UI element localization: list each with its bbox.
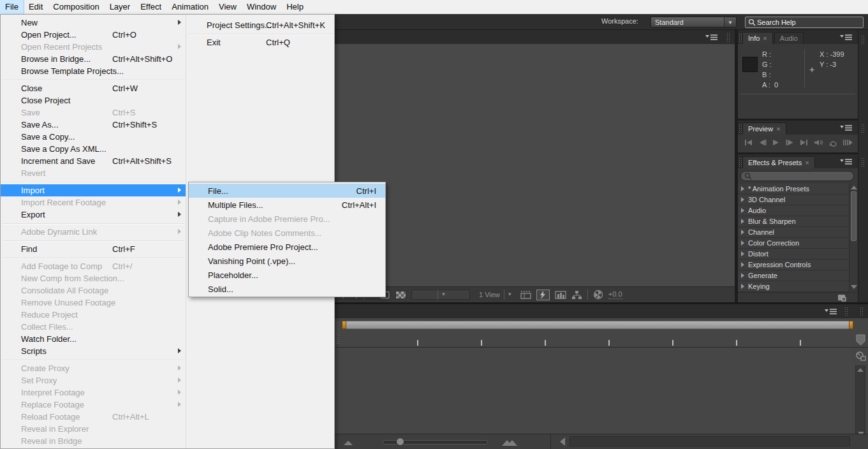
expand-arrow-icon[interactable] — [741, 240, 744, 246]
chevron-down-icon[interactable]: ▼ — [504, 290, 515, 300]
panel-gripper[interactable] — [860, 307, 864, 316]
effects-category-row[interactable]: 3D Channel — [738, 195, 849, 205]
panel-gripper[interactable] — [861, 124, 865, 134]
tab-effects-presets[interactable]: Effects & Presets× — [742, 156, 815, 168]
effects-category-row[interactable]: Generate — [738, 270, 849, 281]
expand-arrow-icon[interactable] — [741, 262, 744, 267]
timeline-button-icon[interactable] — [520, 290, 531, 299]
menu-item-scripts[interactable]: Scripts — [1, 345, 186, 357]
menu-item-browse-in-bridge[interactable]: Browse in Bridge...Ctrl+Alt+Shift+O — [1, 53, 186, 65]
view-camera-dropdown[interactable]: ▼ — [411, 290, 470, 300]
zoom-in-icon[interactable] — [502, 437, 517, 446]
work-area-start-handle[interactable] — [342, 321, 346, 329]
work-area-end-handle[interactable] — [849, 321, 853, 329]
menu-layer[interactable]: Layer — [105, 0, 136, 14]
effects-category-row[interactable]: Channel — [738, 227, 849, 238]
help-search-field[interactable] — [745, 17, 864, 28]
expand-arrow-icon[interactable] — [741, 230, 744, 235]
menu-item-project-settings[interactable]: Project Settings...Ctrl+Alt+Shift+K — [186, 19, 335, 31]
menu-effect[interactable]: Effect — [135, 0, 166, 14]
effects-category-row[interactable]: Audio — [738, 205, 849, 216]
panel-menu-icon[interactable] — [840, 124, 853, 131]
panel-gripper[interactable] — [726, 33, 731, 41]
tab-preview[interactable]: Preview× — [742, 122, 786, 135]
panel-menu-icon[interactable] — [840, 33, 853, 41]
effects-category-row[interactable]: Expression Controls — [738, 260, 849, 270]
audio-button[interactable] — [814, 139, 823, 146]
scroll-up-arrow[interactable] — [857, 368, 864, 372]
menu-item-vanishing-point[interactable]: Vanishing Point (.vpe)... — [189, 254, 385, 268]
scroll-left-arrow[interactable] — [559, 438, 566, 446]
close-icon[interactable]: × — [763, 34, 767, 42]
close-icon[interactable]: × — [805, 159, 809, 166]
tab-info[interactable]: Info× — [742, 32, 773, 44]
panel-menu-icon[interactable] — [705, 33, 718, 41]
fast-previews-icon[interactable] — [536, 290, 550, 300]
menu-item-solid[interactable]: Solid... — [189, 282, 385, 296]
comp-mini-flowchart-icon[interactable] — [855, 351, 866, 361]
effects-category-row[interactable]: Blur & Sharpen — [738, 216, 849, 227]
first-frame-button[interactable] — [744, 139, 753, 146]
menu-item-find[interactable]: FindCtrl+F — [1, 243, 186, 255]
scroll-down-arrow[interactable] — [851, 285, 857, 289]
menu-composition[interactable]: Composition — [48, 0, 104, 14]
panel-gripper[interactable] — [739, 158, 742, 166]
menu-item-close-project[interactable]: Close Project — [1, 94, 186, 107]
panel-menu-icon[interactable] — [840, 158, 853, 165]
previous-frame-button[interactable] — [758, 139, 767, 146]
menu-item-close[interactable]: CloseCtrl+W — [1, 82, 186, 94]
timeline-tracks[interactable] — [335, 348, 853, 434]
menu-window[interactable]: Window — [242, 0, 281, 14]
menu-item-watch-folder[interactable]: Watch Folder... — [1, 333, 186, 345]
panel-gripper[interactable] — [861, 35, 865, 45]
panel-gripper[interactable] — [739, 33, 742, 42]
work-area-bar[interactable] — [342, 321, 853, 329]
menu-item-save-as[interactable]: Save As...Ctrl+Shift+S — [1, 119, 186, 131]
help-search-input[interactable] — [756, 18, 860, 27]
menu-item-import-file[interactable]: File...Ctrl+I — [189, 184, 385, 198]
chevron-down-icon[interactable]: ▼ — [724, 17, 736, 27]
menu-animation[interactable]: Animation — [166, 0, 214, 14]
menu-item-export[interactable]: Export — [1, 209, 186, 221]
panel-gripper[interactable] — [861, 158, 865, 168]
menu-help[interactable]: Help — [281, 0, 309, 14]
pixel-aspect-correction-icon[interactable] — [555, 290, 566, 299]
menu-item-new[interactable]: New — [1, 17, 186, 29]
effects-scrollbar[interactable] — [849, 184, 858, 292]
expand-arrow-icon[interactable] — [741, 251, 744, 256]
expand-arrow-icon[interactable] — [741, 197, 744, 202]
flowchart-button-icon[interactable] — [571, 290, 582, 300]
menu-edit[interactable]: Edit — [24, 0, 48, 14]
menu-view[interactable]: View — [214, 0, 242, 14]
view-layout-dropdown[interactable]: 1 View ▼ — [475, 290, 515, 300]
panel-menu-icon[interactable] — [825, 307, 837, 315]
zoom-out-icon[interactable] — [344, 439, 353, 445]
menu-item-open-project[interactable]: Open Project...Ctrl+O — [1, 29, 186, 41]
menu-item-import-multiple-files[interactable]: Multiple Files...Ctrl+Alt+I — [189, 198, 385, 212]
loop-button[interactable] — [828, 139, 837, 146]
expand-arrow-icon[interactable] — [741, 186, 744, 191]
effects-category-row[interactable]: Color Correction — [738, 238, 849, 249]
time-ruler-ticks[interactable] — [355, 340, 852, 346]
expand-arrow-icon[interactable] — [741, 284, 744, 289]
effects-search-field[interactable] — [740, 171, 854, 181]
next-frame-button[interactable] — [786, 139, 794, 146]
effects-category-row[interactable]: * Animation Presets — [738, 184, 849, 195]
menu-item-exit[interactable]: ExitCtrl+Q — [186, 36, 335, 48]
menu-item-adobe-premiere-pro-project[interactable]: Adobe Premiere Pro Project... — [189, 240, 385, 254]
panel-gripper[interactable] — [844, 307, 849, 316]
expand-arrow-icon[interactable] — [741, 219, 744, 224]
effects-category-row[interactable]: Distort — [738, 249, 849, 260]
workspace-dropdown[interactable]: Standard ▼ — [651, 17, 737, 27]
transparency-grid-icon[interactable] — [395, 291, 406, 299]
close-icon[interactable]: × — [776, 125, 780, 133]
expand-arrow-icon[interactable] — [741, 273, 744, 278]
panel-gripper[interactable] — [739, 124, 742, 133]
menu-item-save-a-copy-as-xml[interactable]: Save a Copy As XML... — [1, 143, 186, 155]
ram-preview-button[interactable] — [843, 139, 853, 146]
panel-gripper[interactable] — [336, 321, 340, 344]
menu-item-save-a-copy[interactable]: Save a Copy... — [1, 131, 186, 143]
menu-item-import[interactable]: Import — [1, 184, 186, 196]
effects-search-input[interactable] — [754, 172, 850, 180]
chevron-down-icon[interactable]: ▼ — [438, 290, 449, 300]
